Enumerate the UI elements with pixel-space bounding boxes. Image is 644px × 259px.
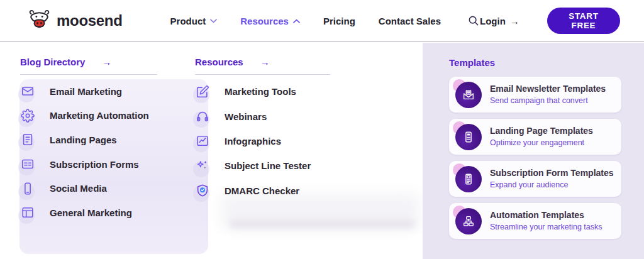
menu-item-subscription-forms[interactable]: Subscription Forms — [20, 152, 191, 177]
template-card-automation[interactable]: Automation Templates Streamline your mar… — [449, 203, 621, 239]
blog-directory-list: Email Marketing Marketing Automation Lan… — [20, 79, 191, 225]
menu-item-marketing-tools[interactable]: Marketing Tools — [195, 79, 346, 104]
menu-item-webinars[interactable]: Webinars — [195, 104, 346, 128]
template-card-landing-page[interactable]: Landing Page Templates Optimize your eng… — [449, 119, 621, 155]
arrow-right-icon: → — [510, 16, 519, 26]
nav-contact-sales-label: Contact Sales — [379, 16, 441, 26]
nav-pricing-label: Pricing — [323, 16, 355, 26]
divider — [20, 74, 157, 75]
blog-directory-heading[interactable]: Blog Directory → — [20, 57, 191, 67]
chevron-down-icon — [210, 19, 217, 23]
document-icon — [20, 132, 35, 147]
template-card-title: Automation Templates — [490, 210, 602, 221]
nav-resources-label: Resources — [240, 16, 289, 26]
nav-product-label: Product — [170, 16, 206, 26]
menu-item-subject-line-tester[interactable]: Subject Line Tester — [195, 153, 346, 178]
menu-item-landing-pages[interactable]: Landing Pages — [20, 128, 191, 152]
menu-item-label: Marketing Automation — [50, 110, 149, 121]
envelope-open-icon — [455, 82, 482, 108]
menu-item-label: Subscription Forms — [50, 159, 139, 170]
resources-list: Marketing Tools Webinars Infographics Su… — [195, 79, 346, 203]
menu-item-general-marketing[interactable]: General Marketing — [20, 201, 191, 225]
templates-panel: Templates Email Newsletter Templates Sen… — [423, 43, 644, 259]
menu-item-social-media[interactable]: Social Media — [20, 176, 191, 201]
main-nav: Product Resources Pricing Contact Sales — [170, 16, 441, 26]
template-card-title: Landing Page Templates — [490, 126, 593, 137]
template-card-title: Subscription Form Templates — [490, 168, 614, 179]
template-card-subtitle: Optimize your engagement — [490, 138, 593, 148]
resources-heading[interactable]: Resources → — [195, 57, 346, 67]
envelope-icon — [20, 84, 35, 99]
brand-wordmark: moosend — [57, 12, 123, 30]
template-card-subtitle: Streamline your marketing tasks — [490, 223, 602, 232]
gear-icon — [20, 108, 35, 123]
cow-logo-icon — [28, 9, 51, 32]
headphones-icon — [195, 109, 210, 124]
chevron-up-icon — [293, 19, 300, 23]
start-free-button[interactable]: START FREE — [547, 8, 620, 34]
chart-icon — [195, 133, 210, 148]
resources-mega-menu: Blog Directory → Email Marketing Marketi… — [0, 43, 644, 259]
blog-directory-title: Blog Directory — [20, 57, 85, 67]
menu-item-label: Subject Line Tester — [225, 160, 311, 171]
template-card-subtitle: Send campaign that convert — [490, 96, 606, 106]
top-navbar: moosend Product Resources Pricing Contac… — [0, 0, 644, 42]
nav-product[interactable]: Product — [170, 16, 218, 26]
divider — [195, 74, 330, 75]
blog-directory-column: Blog Directory → Email Marketing Marketi… — [20, 57, 191, 225]
template-card-subtitle: Expand your audience — [490, 180, 614, 190]
moosend-logo[interactable]: moosend — [28, 9, 123, 32]
template-card-title: Email Newsletter Templates — [490, 84, 606, 95]
menu-item-label: Infographics — [225, 136, 281, 146]
menu-item-label: Landing Pages — [50, 135, 117, 145]
templates-title: Templates — [449, 57, 644, 68]
nav-resources[interactable]: Resources — [240, 16, 300, 26]
arrow-right-icon: → — [102, 57, 111, 67]
layout-icon — [20, 205, 35, 220]
resources-column: Resources → Marketing Tools Webinars — [195, 57, 346, 203]
sparkles-icon — [195, 158, 210, 174]
pencil-icon — [195, 84, 210, 99]
template-card-email-newsletter[interactable]: Email Newsletter Templates Send campaign… — [449, 77, 621, 113]
menu-item-label: General Marketing — [50, 207, 132, 218]
search-icon[interactable] — [467, 14, 480, 27]
blurred-background-content — [230, 220, 415, 228]
phone-icon — [20, 181, 35, 196]
subscription-form-icon — [455, 166, 482, 192]
menu-item-label: Webinars — [225, 111, 267, 122]
nav-pricing[interactable]: Pricing — [323, 16, 355, 26]
menu-item-label: DMARC Checker — [225, 185, 299, 196]
nav-contact-sales[interactable]: Contact Sales — [379, 16, 441, 26]
template-card-subscription-form[interactable]: Subscription Form Templates Expand your … — [449, 161, 621, 197]
menu-item-email-marketing[interactable]: Email Marketing — [20, 79, 191, 104]
automation-flowchart-icon — [455, 208, 482, 234]
menu-item-infographics[interactable]: Infographics — [195, 129, 346, 153]
login-label: Login — [480, 16, 506, 26]
arrow-right-icon: → — [260, 57, 270, 67]
resources-title: Resources — [195, 57, 243, 67]
menu-item-label: Email Marketing — [50, 86, 122, 97]
menu-item-label: Marketing Tools — [225, 86, 296, 97]
header-right: Login → START FREE — [480, 8, 620, 34]
form-icon — [20, 157, 35, 172]
menu-item-label: Social Media — [50, 183, 107, 194]
menu-item-dmarc-checker[interactable]: DMARC Checker — [195, 179, 346, 203]
login-link[interactable]: Login → — [480, 16, 519, 26]
shield-check-icon — [195, 183, 210, 198]
landing-page-icon — [455, 124, 482, 150]
menu-item-marketing-automation[interactable]: Marketing Automation — [20, 104, 191, 128]
